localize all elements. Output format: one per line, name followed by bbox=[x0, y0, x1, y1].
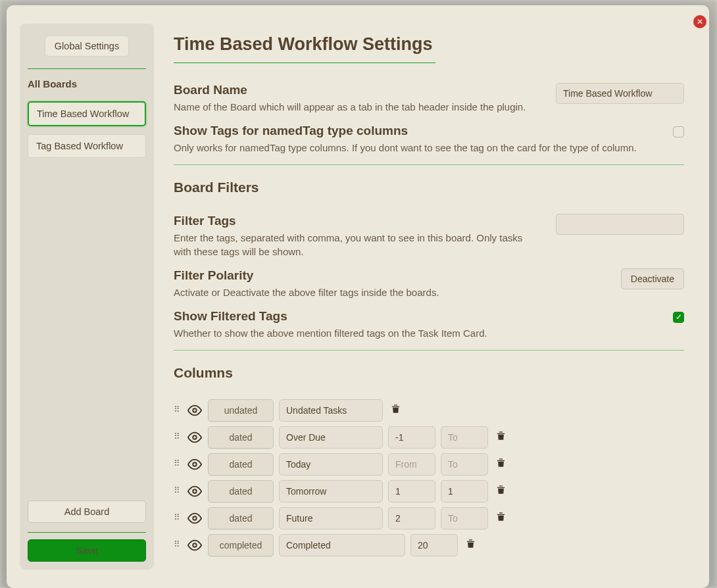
visibility-icon[interactable] bbox=[187, 539, 203, 552]
delete-column-icon[interactable] bbox=[496, 512, 508, 524]
setting-filter-polarity: Filter Polarity Activate or Deactivate t… bbox=[174, 268, 684, 300]
visibility-icon[interactable] bbox=[187, 485, 203, 498]
setting-show-filtered: Show Filtered Tags Whether to show the a… bbox=[174, 309, 684, 341]
svg-point-4 bbox=[193, 516, 197, 520]
delete-column-icon[interactable] bbox=[391, 404, 403, 416]
page-title: Time Based Workflow Settings bbox=[174, 34, 435, 63]
setting-title: Filter Polarity bbox=[174, 268, 608, 283]
filter-polarity-button[interactable]: Deactivate bbox=[621, 268, 684, 289]
column-type-badge: dated bbox=[208, 426, 274, 449]
drag-handle-icon[interactable]: ⠿ bbox=[174, 489, 182, 493]
setting-desc: Enter the tags, separated with comma, yo… bbox=[174, 231, 543, 260]
filter-tags-input[interactable] bbox=[556, 214, 684, 235]
divider bbox=[174, 164, 684, 165]
sidebar-board-item[interactable]: Tag Based Workflow bbox=[28, 134, 146, 158]
column-name-input[interactable] bbox=[279, 399, 383, 422]
close-button[interactable]: ✕ bbox=[693, 15, 706, 28]
drag-handle-icon[interactable]: ⠿ bbox=[174, 408, 182, 412]
delete-column-icon[interactable] bbox=[496, 431, 508, 443]
delete-column-icon[interactable] bbox=[466, 539, 478, 551]
column-to-input[interactable] bbox=[441, 426, 488, 449]
visibility-icon[interactable] bbox=[187, 404, 203, 417]
svg-point-3 bbox=[193, 489, 197, 493]
column-name-input[interactable] bbox=[279, 507, 383, 529]
section-title-columns: Columns bbox=[174, 365, 684, 381]
column-name-input[interactable] bbox=[279, 480, 383, 502]
column-type-badge: dated bbox=[208, 507, 274, 529]
column-type-badge: undated bbox=[208, 399, 274, 422]
board-list: Time Based WorkflowTag Based Workflow bbox=[28, 101, 146, 158]
column-to-input[interactable] bbox=[441, 453, 488, 476]
svg-point-5 bbox=[193, 543, 197, 547]
all-boards-heading: All Boards bbox=[28, 78, 146, 89]
column-to-input[interactable] bbox=[441, 507, 488, 529]
save-button[interactable]: Save bbox=[28, 539, 146, 562]
setting-filter-tags: Filter Tags Enter the tags, separated wi… bbox=[174, 214, 684, 260]
column-row: ⠿dated bbox=[174, 453, 684, 476]
show-tags-checkbox[interactable] bbox=[673, 126, 684, 137]
column-from-input[interactable] bbox=[388, 453, 435, 476]
add-board-button[interactable]: Add Board bbox=[28, 501, 146, 523]
visibility-icon[interactable] bbox=[187, 458, 203, 471]
column-type-badge: completed bbox=[208, 534, 274, 556]
drag-handle-icon[interactable]: ⠿ bbox=[174, 435, 182, 439]
column-row: ⠿completed bbox=[174, 534, 684, 556]
column-from-input[interactable] bbox=[388, 480, 435, 502]
column-row: ⠿dated bbox=[174, 426, 684, 449]
setting-desc: Only works for namedTag type columns. If… bbox=[174, 141, 660, 155]
settings-modal: ✕ Global Settings All Boards Time Based … bbox=[7, 5, 709, 588]
column-name-input[interactable] bbox=[279, 534, 405, 556]
column-from-input[interactable] bbox=[388, 426, 435, 449]
divider bbox=[28, 68, 146, 69]
column-type-badge: dated bbox=[208, 480, 274, 502]
setting-show-tags: Show Tags for namedTag type columns Only… bbox=[174, 124, 684, 155]
visibility-icon[interactable] bbox=[187, 512, 203, 525]
setting-desc: Name of the Board which will appear as a… bbox=[174, 100, 543, 114]
main-panel: Time Based Workflow Settings Board Name … bbox=[154, 5, 709, 588]
drag-handle-icon[interactable]: ⠿ bbox=[174, 516, 182, 520]
setting-title: Show Tags for namedTag type columns bbox=[174, 124, 660, 138]
svg-point-2 bbox=[193, 462, 197, 466]
visibility-icon[interactable] bbox=[187, 431, 203, 444]
setting-desc: Activate or Deactivate the above filter … bbox=[174, 285, 608, 300]
sidebar: Global Settings All Boards Time Based Wo… bbox=[20, 24, 154, 570]
setting-title: Board Name bbox=[174, 83, 543, 97]
setting-board-name: Board Name Name of the Board which will … bbox=[174, 83, 684, 114]
sidebar-board-item[interactable]: Time Based Workflow bbox=[28, 101, 146, 126]
columns-container: ⠿undated⠿dated⠿dated⠿dated⠿dated⠿complet… bbox=[174, 399, 684, 556]
column-row: ⠿dated bbox=[174, 480, 684, 502]
column-row: ⠿dated bbox=[174, 507, 684, 529]
setting-desc: Whether to show the above mention filter… bbox=[174, 326, 660, 341]
column-type-badge: dated bbox=[208, 453, 274, 476]
column-to-input[interactable] bbox=[441, 480, 488, 502]
svg-point-1 bbox=[193, 435, 197, 439]
close-icon: ✕ bbox=[697, 17, 703, 26]
setting-title: Show Filtered Tags bbox=[174, 309, 660, 324]
divider bbox=[174, 350, 684, 351]
global-settings-button[interactable]: Global Settings bbox=[45, 36, 129, 57]
column-row: ⠿undated bbox=[174, 399, 684, 422]
section-title-filters: Board Filters bbox=[174, 180, 684, 195]
delete-column-icon[interactable] bbox=[496, 458, 508, 470]
delete-column-icon[interactable] bbox=[496, 485, 508, 497]
show-filtered-checkbox[interactable]: ✓ bbox=[673, 312, 684, 323]
column-from-input[interactable] bbox=[388, 507, 435, 529]
svg-point-0 bbox=[193, 408, 197, 412]
drag-handle-icon[interactable]: ⠿ bbox=[174, 543, 182, 547]
column-name-input[interactable] bbox=[279, 453, 383, 476]
board-name-input[interactable] bbox=[556, 83, 684, 104]
setting-title: Filter Tags bbox=[174, 214, 543, 228]
drag-handle-icon[interactable]: ⠿ bbox=[174, 462, 182, 466]
column-name-input[interactable] bbox=[279, 426, 383, 449]
column-from-input[interactable] bbox=[410, 534, 458, 556]
divider bbox=[28, 532, 146, 533]
